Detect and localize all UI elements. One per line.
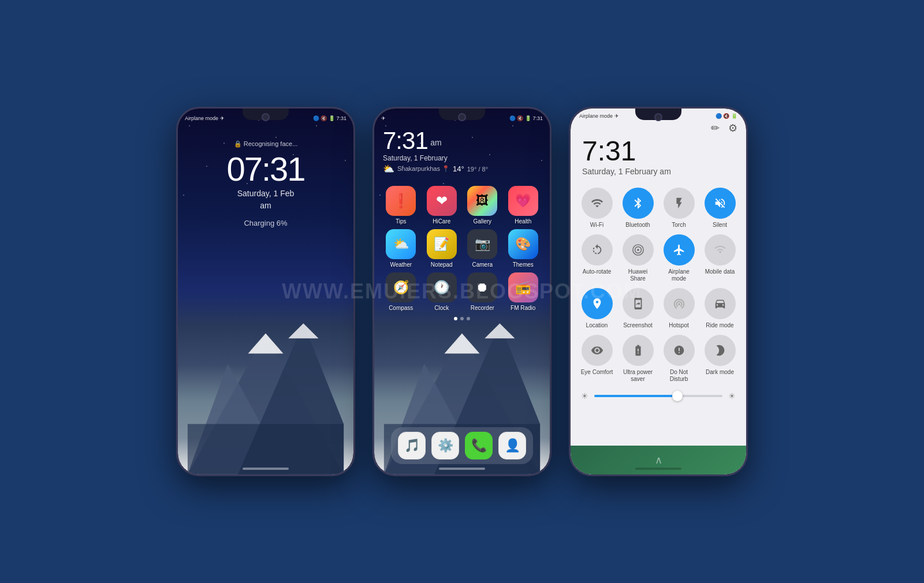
phone2-home-bar[interactable] [439,468,485,470]
brightness-thumb[interactable] [672,391,683,401]
app-gallery[interactable]: 🖼 Gallery [464,186,501,225]
cc-date: Saturday, 1 February am [571,165,746,185]
phone-camera [262,113,270,121]
dnd-circle [664,335,695,366]
dark-mode-label: Dark mode [706,369,734,376]
location-toggle-circle [582,288,613,319]
toggle-dark-mode[interactable]: Dark mode [702,335,737,383]
eye-comfort-circle [582,335,613,366]
app-health-label: Health [515,218,531,225]
app-recorder[interactable]: ⏺ Recorder [464,272,501,311]
phone2-camera [458,113,466,121]
cc-status-right: 🔵 🔇 🔋 [716,113,737,119]
toggle-huawei-share[interactable]: Huawei Share [620,234,655,282]
ride-mode-circle [705,288,736,319]
cc-status-left: Airplane mode ✈ [579,113,619,119]
phone-lock-screen: Airplane mode ✈ 🔵 🔇 🔋 7:31 🔒 Recognising… [176,107,355,476]
dock-phone[interactable]: 📞 [465,432,493,459]
mobile-data-circle [705,234,736,266]
phone-control-center: Airplane mode ✈ 🔵 🔇 🔋 ✏ ⚙ 7:31 Saturday,… [569,107,748,476]
cc-time: 7:31 [571,137,746,165]
screenshot-label: Screenshot [623,322,653,329]
cc-settings-icon[interactable]: ⚙ [728,122,737,134]
brightness-low-icon: ☀ [581,391,588,401]
cc-bottom-chevron: ∧ [655,454,662,466]
app-weather[interactable]: ⛅ Weather [383,229,419,268]
toggle-wifi[interactable]: Wi-Fi [579,188,614,229]
wifi-toggle-circle [582,188,613,219]
autorotate-toggle-circle [582,234,613,266]
screenshot-toggle-circle [623,288,654,319]
app-camera-label: Camera [472,261,493,268]
ride-mode-label: Ride mode [706,322,733,329]
toggle-eye-comfort[interactable]: Eye Comfort [579,335,614,383]
compass-icon: 🧭 [386,272,416,302]
themes-icon: 🎨 [508,229,538,259]
app-notepad[interactable]: 📝 Notepad [424,229,460,268]
app-fmradio[interactable]: 📻 FM Radio [505,272,542,311]
dock-music[interactable]: 🎵 [398,432,426,459]
page-dot-2 [460,317,464,320]
home-weather-temp: 14° [453,165,464,173]
toggle-silent[interactable]: Silent [702,188,737,229]
brightness-fill [594,395,677,397]
lock-date-line2: am [260,201,271,210]
app-tips-label: Tips [396,218,407,225]
notepad-icon: 📝 [427,229,457,259]
app-clock-label: Clock [434,305,449,311]
wifi-label: Wi-Fi [590,222,603,229]
lock-screen-content: 🔒 Recognising face... 07:31 Saturday, 1 … [178,109,353,474]
autorotate-label: Auto-rotate [583,268,611,275]
huawei-share-label: Huawei Share [620,268,655,282]
home-weather-range: 19° / 8° [467,166,488,173]
hotspot-label: Hotspot [669,322,688,329]
cc-bottom-bar: ∧ [571,446,746,474]
dnd-label: Do Not Disturb [661,369,696,383]
phone-home-screen: ✈ 🔵 🔇 🔋 7:31 7:31 am Saturday, 1 Februar… [372,107,552,476]
phone3-home-bar[interactable] [635,468,681,470]
brightness-control[interactable]: ☀ ☀ [571,386,746,406]
toggle-hotspot[interactable]: Hotspot [661,288,696,329]
phone1-home-bar[interactable] [243,468,289,470]
app-clock[interactable]: 🕐 Clock [424,272,460,311]
app-compass-label: Compass [389,305,413,311]
brightness-high-icon: ☀ [728,391,736,401]
silent-label: Silent [713,222,727,229]
app-hicare-label: HiCare [433,218,450,225]
phone1-screen: Airplane mode ✈ 🔵 🔇 🔋 7:31 🔒 Recognising… [178,109,353,474]
huawei-share-circle [623,234,654,266]
toggle-ultra-power[interactable]: Ultra power saver [620,335,655,383]
app-camera[interactable]: 📷 Camera [464,229,501,268]
toggle-airplane[interactable]: Airplane mode [661,234,696,282]
dock-settings[interactable]: ⚙️ [431,432,459,459]
cc-edit-icon[interactable]: ✏ [711,122,720,134]
toggle-location[interactable]: Location [579,288,614,329]
app-tips[interactable]: ❗ Tips [383,186,419,225]
gallery-icon: 🖼 [467,186,497,216]
ultra-power-label: Ultra power saver [620,369,655,383]
weather-icon-app: ⛅ [386,229,416,259]
toggle-bluetooth[interactable]: Bluetooth [620,188,655,229]
page-dot-3 [467,317,470,320]
toggle-screenshot[interactable]: Screenshot [620,288,655,329]
mobile-data-label: Mobile data [705,268,735,275]
phone1-status-left: Airplane mode ✈ [185,115,225,121]
app-themes[interactable]: 🎨 Themes [505,229,542,268]
toggle-ride-mode[interactable]: Ride mode [702,288,737,329]
home-time-display: 7:31 am [383,129,541,153]
app-health[interactable]: 💗 Health [505,186,542,225]
toggle-dnd[interactable]: Do Not Disturb [661,335,696,383]
toggle-autorotate[interactable]: Auto-rotate [579,234,614,282]
app-hicare[interactable]: ❤ HiCare [424,186,460,225]
toggle-mobile-data[interactable]: Mobile data [702,234,737,282]
app-recorder-label: Recorder [471,305,494,311]
app-fmradio-label: FM Radio [511,305,535,311]
toggle-torch[interactable]: Torch [661,188,696,229]
cc-toggles: Wi-Fi Bluetooth Torch [571,185,746,386]
clock-icon: 🕐 [427,272,457,302]
brightness-track[interactable] [594,395,722,397]
dock-contacts[interactable]: 👤 [498,432,526,459]
dark-mode-circle [705,335,736,366]
app-compass[interactable]: 🧭 Compass [383,272,419,311]
phone3-camera [654,113,662,121]
